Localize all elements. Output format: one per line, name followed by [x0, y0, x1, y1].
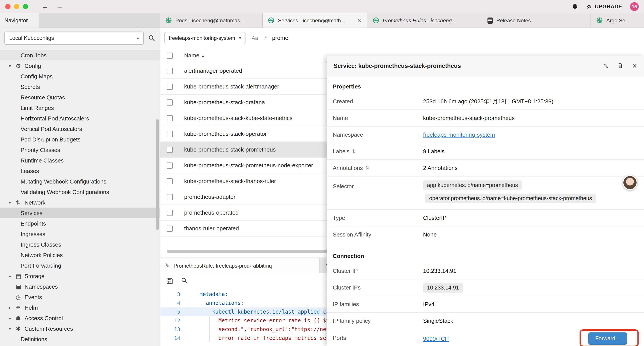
row-checkbox[interactable] — [166, 225, 173, 232]
cluster-tab[interactable]: Services - icecheng@math... × — [262, 13, 367, 27]
forward-icon[interactable]: → — [56, 3, 63, 10]
maximize-window-button[interactable] — [23, 4, 28, 9]
annotations-row: Annotations ⇅ 2 Annotations — [326, 160, 644, 177]
namespace-filter-select[interactable]: freeleaps-monitoring-system ▾ — [164, 32, 246, 44]
sidebar-item[interactable]: Secrets — [0, 81, 160, 92]
bell-icon[interactable] — [572, 3, 578, 10]
sidebar-item-label: Vertical Pod Autoscalers — [20, 125, 82, 132]
sidebar-item[interactable]: Ingresses — [0, 229, 160, 239]
chevron-down-icon: ▾ — [137, 36, 139, 40]
content-area: Local Kubeconfigs ▾ Cron Jobs ▾ ⚙ Con — [0, 28, 644, 346]
upgrade-button[interactable]: UPGRADE — [586, 3, 622, 9]
sidebar-item[interactable]: ◷ Events — [0, 292, 160, 302]
row-label: Name — [333, 115, 423, 121]
sidebar-item[interactable]: Services — [0, 208, 160, 218]
sidebar-item[interactable]: Pod Disruption Budgets — [0, 134, 160, 145]
annotations-count[interactable]: 2 Annotations — [423, 165, 638, 171]
expand-toggle-icon[interactable]: ⇅ — [352, 148, 356, 154]
sidebar-item[interactable]: Priority Classes — [0, 145, 160, 155]
collapsed-icon[interactable]: ▸ — [9, 274, 16, 278]
notification-count-badge[interactable]: 15 — [630, 2, 639, 11]
expanded-icon[interactable]: ▾ — [9, 200, 16, 205]
labels-count[interactable]: 9 Labels — [423, 148, 638, 155]
floating-avatar[interactable] — [622, 175, 638, 190]
cluster-tab[interactable]: Argo Se... — [591, 13, 644, 27]
sidebar-search-icon[interactable] — [148, 34, 155, 42]
sidebar-item[interactable]: Horizontal Pod Autoscalers — [0, 113, 160, 123]
sidebar-item-label: Limit Ranges — [20, 104, 54, 111]
sidebar-item[interactable]: Network Policies — [0, 250, 160, 260]
back-icon[interactable]: ← — [41, 3, 48, 10]
trash-icon[interactable] — [617, 62, 624, 70]
code-text: Metrics service error rate is {{ $va — [186, 318, 332, 324]
row-checkbox[interactable] — [166, 83, 173, 90]
cluster-tab[interactable]: Pods - icecheng@mathmas... — [160, 13, 262, 27]
tab-close-icon[interactable]: × — [358, 17, 362, 24]
sidebar-scrollbar-thumb[interactable] — [156, 119, 159, 230]
sidebar-item[interactable]: Port Forwarding — [0, 260, 160, 271]
sidebar-item[interactable]: Cron Jobs — [0, 50, 160, 60]
expanded-icon[interactable]: ▾ — [9, 326, 16, 331]
sidebar-item-label: Custom Resources — [24, 325, 73, 332]
minimize-window-button[interactable] — [14, 4, 19, 9]
sidebar-item-label: Access Control — [24, 315, 63, 321]
row-checkbox[interactable] — [166, 68, 173, 74]
sidebar-item[interactable]: Config Maps — [0, 71, 160, 81]
sidebar-item[interactable]: Runtime Classes — [0, 155, 160, 166]
row-checkbox[interactable] — [166, 131, 173, 137]
row-checkbox[interactable] — [166, 146, 173, 153]
sidebar-item[interactable]: ▾ ⇅ Network — [0, 197, 160, 208]
sidebar-item[interactable]: ▸ ▤ Storage — [0, 271, 160, 281]
sidebar-item[interactable]: Vertical Pod Autoscalers — [0, 123, 160, 134]
row-label: Namespace — [333, 131, 423, 138]
port-link[interactable]: 9090/TCP — [423, 335, 449, 342]
sidebar-item[interactable]: ▸ ⎈ Helm — [0, 302, 160, 313]
save-icon[interactable] — [166, 277, 173, 284]
sidebar-item[interactable]: Mutating Webhook Configurations — [0, 176, 160, 187]
editor-search-icon[interactable] — [181, 277, 188, 284]
namespace-link[interactable]: freeleaps-monitoring-system — [423, 131, 495, 138]
row-label: Selector — [333, 180, 423, 190]
row-checkbox[interactable] — [166, 178, 173, 184]
dock-tab[interactable]: ✎ PrometheusRule: freeleaps-prod-rabbitm… — [160, 258, 320, 273]
expanded-icon[interactable]: ▾ — [9, 63, 16, 68]
name-column-header[interactable]: Name ▴ — [184, 52, 204, 59]
search-input[interactable]: prome — [272, 34, 288, 41]
cluster-tab[interactable]: Prometheus Rules - icecheng... — [367, 13, 482, 27]
sidebar-item[interactable]: Limit Ranges — [0, 102, 160, 113]
sidebar-item[interactable]: Ingress Classes — [0, 239, 160, 250]
tab-bar: Navigator Pods - icecheng@mathmas... — [0, 13, 644, 28]
close-icon[interactable]: × — [632, 62, 637, 70]
sidebar-item[interactable]: Definitions — [0, 334, 160, 344]
forward-button[interactable]: Forward... — [588, 333, 627, 345]
sidebar-item[interactable]: Resource Quotas — [0, 92, 160, 102]
row-label: Created — [333, 98, 423, 105]
kubeconfig-select[interactable]: Local Kubeconfigs ▾ — [4, 31, 144, 45]
list-search-box[interactable]: Aa .* prome — [252, 34, 288, 41]
sidebar-item[interactable]: Leases — [0, 166, 160, 176]
match-case-toggle[interactable]: Aa — [252, 35, 258, 41]
sidebar-item[interactable]: ▣ Namespaces — [0, 281, 160, 292]
row-checkbox[interactable] — [166, 210, 173, 216]
row-label: Annotations — [333, 165, 363, 171]
sidebar-item[interactable]: ▾ ⚙ Config — [0, 60, 160, 71]
row-label: Cluster IPs — [333, 284, 423, 291]
edit-icon[interactable]: ✎ — [603, 63, 608, 69]
row-checkbox[interactable] — [166, 162, 173, 168]
row-checkbox[interactable] — [166, 115, 173, 121]
sidebar-item[interactable]: Endpoints — [0, 218, 160, 229]
sidebar-item[interactable]: Validating Webhook Configurations — [0, 187, 160, 197]
select-all-checkbox[interactable] — [166, 52, 173, 58]
collapsed-icon[interactable]: ▸ — [9, 305, 16, 310]
collapsed-icon[interactable]: ▸ — [9, 316, 16, 320]
config-icon: ⚙ — [16, 62, 24, 69]
close-window-button[interactable] — [5, 4, 10, 9]
row-checkbox[interactable] — [166, 194, 173, 200]
sidebar-item[interactable]: ▾ ✱ Custom Resources — [0, 323, 160, 334]
row-checkbox[interactable] — [166, 99, 173, 105]
expand-toggle-icon[interactable]: ⇅ — [366, 165, 369, 171]
cluster-tab[interactable]: Release Notes — [482, 13, 591, 27]
sidebar-item[interactable]: ▸ ☗ Access Control — [0, 313, 160, 323]
regex-toggle[interactable]: .* — [263, 35, 267, 41]
horizontal-scrollbar-thumb[interactable] — [166, 250, 330, 253]
